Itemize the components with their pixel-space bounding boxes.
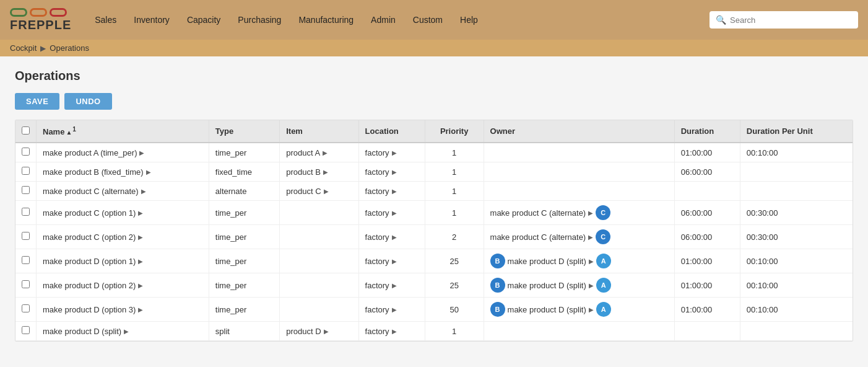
row-name: make product A (time_per) ▶	[37, 143, 209, 162]
row-type: split	[209, 322, 279, 341]
row-location: factory ▶	[358, 249, 425, 273]
breadcrumb: Cockpit ▶ Operations	[0, 40, 868, 56]
save-button[interactable]: SAVE	[15, 93, 59, 110]
row-checkbox[interactable]	[22, 304, 30, 312]
nav-purchasing[interactable]: Purchasing	[229, 10, 290, 30]
owner-link[interactable]: make product C (alternate) ▶	[490, 232, 594, 242]
name-link[interactable]: make product D (split) ▶	[43, 327, 129, 336]
row-owner	[484, 143, 674, 162]
name-link[interactable]: make product D (option 1) ▶	[43, 257, 143, 266]
location-link[interactable]: factory ▶	[365, 281, 397, 290]
logo-shape-green	[10, 8, 27, 17]
breadcrumb-home[interactable]: Cockpit	[10, 43, 37, 53]
owner-arrow: ▶	[588, 234, 593, 241]
row-type: time_per	[209, 249, 279, 273]
row-checkbox[interactable]	[22, 280, 30, 288]
name-link[interactable]: make product B (fixed_time) ▶	[43, 167, 151, 177]
owner-badge-b: B	[490, 278, 505, 293]
search-input[interactable]	[730, 15, 852, 25]
item-link[interactable]: product B ▶	[286, 167, 328, 177]
owner-link[interactable]: make product C (alternate) ▶	[490, 208, 594, 218]
location-link[interactable]: factory ▶	[365, 232, 397, 242]
row-checkbox[interactable]	[22, 186, 30, 194]
location-link[interactable]: factory ▶	[365, 148, 397, 157]
location-arrow: ▶	[392, 258, 397, 265]
row-name: make product D (option 1) ▶	[37, 249, 209, 273]
row-type: time_per	[209, 273, 279, 298]
location-link[interactable]: factory ▶	[365, 167, 397, 177]
logo-text: FREPPLE	[10, 18, 71, 32]
row-duration: 01:00:00	[674, 298, 740, 322]
row-item	[280, 225, 358, 249]
name-link[interactable]: make product C (alternate) ▶	[43, 187, 146, 196]
col-location[interactable]: Location	[358, 120, 425, 143]
name-link[interactable]: make product D (option 3) ▶	[43, 305, 143, 314]
row-checkbox[interactable]	[22, 208, 30, 216]
table-row: make product C (option 1) ▶ time_per fac…	[15, 201, 853, 225]
location-link[interactable]: factory ▶	[365, 257, 397, 266]
row-name: make product C (option 2) ▶	[37, 225, 209, 249]
action-buttons: SAVE UNDO	[15, 93, 853, 110]
nav-help[interactable]: Help	[451, 10, 487, 30]
col-duration-per-unit[interactable]: Duration Per Unit	[740, 120, 853, 143]
item-link[interactable]: product A ▶	[286, 148, 328, 157]
name-link[interactable]: make product C (option 1) ▶	[43, 208, 143, 218]
undo-button[interactable]: UNDO	[64, 93, 111, 110]
location-arrow: ▶	[392, 328, 397, 335]
col-duration[interactable]: Duration	[674, 120, 740, 143]
owner-link[interactable]: make product D (split) ▶	[508, 281, 594, 290]
col-priority[interactable]: Priority	[425, 120, 484, 143]
col-name[interactable]: Name▲1	[37, 120, 209, 143]
logo-shape-red	[50, 8, 67, 17]
nav-manufacturing[interactable]: Manufacturing	[290, 10, 362, 30]
row-type: time_per	[209, 225, 279, 249]
name-link[interactable]: make product C (option 2) ▶	[43, 232, 143, 242]
select-all-checkbox[interactable]	[22, 126, 30, 135]
row-owner: B make product D (split) ▶ A	[484, 298, 674, 322]
location-link[interactable]: factory ▶	[365, 327, 397, 336]
nav-admin[interactable]: Admin	[362, 10, 404, 30]
owner-badge: C	[596, 205, 610, 220]
owner-link[interactable]: make product D (split) ▶	[508, 305, 594, 314]
row-checkbox-cell	[15, 143, 37, 162]
location-link[interactable]: factory ▶	[365, 187, 397, 196]
row-item	[280, 249, 358, 273]
item-link[interactable]: product D ▶	[286, 327, 328, 336]
row-checkbox[interactable]	[22, 256, 30, 264]
row-owner	[484, 162, 674, 182]
nav-sales[interactable]: Sales	[86, 10, 125, 30]
col-item[interactable]: Item	[280, 120, 358, 143]
name-arrow: ▶	[138, 234, 143, 241]
owner-cell: make product C (alternate) ▶ C	[490, 229, 668, 244]
owner-arrow: ▶	[589, 282, 594, 289]
row-checkbox[interactable]	[22, 148, 30, 156]
row-checkbox[interactable]	[22, 232, 30, 240]
row-checkbox-cell	[15, 201, 37, 225]
item-link[interactable]: product C ▶	[286, 187, 328, 196]
table-header-row: Name▲1 Type Item Location Priority Owner…	[15, 120, 853, 143]
row-priority: 1	[425, 201, 484, 225]
row-item: product C ▶	[280, 182, 358, 201]
nav-capacity[interactable]: Capacity	[178, 10, 229, 30]
col-owner[interactable]: Owner	[484, 120, 674, 143]
row-priority: 25	[425, 273, 484, 298]
row-checkbox-cell	[15, 322, 37, 341]
row-priority: 1	[425, 143, 484, 162]
logo: FREPPLE	[10, 8, 71, 32]
col-type[interactable]: Type	[209, 120, 279, 143]
name-link[interactable]: make product A (time_per) ▶	[43, 148, 144, 157]
name-link[interactable]: make product D (option 2) ▶	[43, 281, 143, 290]
logo-shapes	[10, 8, 71, 17]
location-link[interactable]: factory ▶	[365, 305, 397, 314]
table-row: make product A (time_per) ▶ time_perprod…	[15, 143, 853, 162]
row-owner: B make product D (split) ▶ A	[484, 273, 674, 298]
owner-link[interactable]: make product D (split) ▶	[508, 257, 594, 266]
row-checkbox[interactable]	[22, 167, 30, 175]
nav-inventory[interactable]: Inventory	[125, 10, 178, 30]
row-type: time_per	[209, 143, 279, 162]
row-checkbox-cell	[15, 162, 37, 182]
location-link[interactable]: factory ▶	[365, 208, 397, 218]
row-checkbox-cell	[15, 273, 37, 298]
nav-custom[interactable]: Custom	[404, 10, 451, 30]
row-checkbox[interactable]	[22, 326, 30, 334]
